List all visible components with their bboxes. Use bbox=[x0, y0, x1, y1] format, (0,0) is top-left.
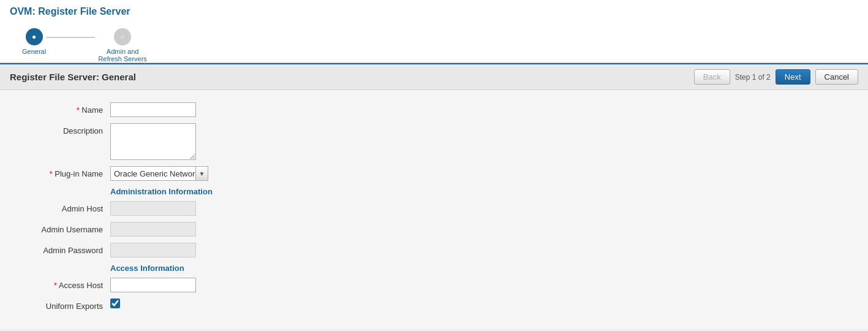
description-label: Description bbox=[25, 123, 110, 135]
admin-host-label: Admin Host bbox=[25, 201, 110, 213]
plugin-name-display: Oracle Generic Network Fi bbox=[110, 166, 196, 181]
back-button[interactable]: Back bbox=[694, 69, 730, 85]
section-title: Register File Server: General bbox=[10, 72, 136, 82]
uniform-exports-label: Uniform Exports bbox=[25, 299, 110, 311]
name-label: Name bbox=[25, 102, 110, 115]
description-input[interactable] bbox=[110, 123, 196, 160]
main-content: Name Description Plug-in Name Oracle Gen… bbox=[0, 90, 868, 329]
admin-username-row: Admin Username bbox=[25, 222, 843, 237]
next-button[interactable]: Next bbox=[776, 69, 810, 85]
admin-host-row: Admin Host bbox=[25, 201, 843, 216]
step-circle-general: ● bbox=[26, 28, 43, 45]
admin-username-input[interactable] bbox=[110, 222, 196, 237]
admin-password-label: Admin Password bbox=[25, 243, 110, 255]
admin-info-label: Administration Information bbox=[110, 187, 843, 196]
section-header: Register File Server: General Back Step … bbox=[0, 63, 868, 90]
admin-password-input[interactable] bbox=[110, 243, 196, 257]
plugin-name-select-wrapper: Oracle Generic Network Fi ▼ bbox=[110, 166, 208, 181]
name-row: Name bbox=[25, 102, 843, 117]
admin-host-input[interactable] bbox=[110, 201, 196, 216]
access-host-row: Access Host bbox=[25, 278, 843, 292]
access-host-input[interactable] bbox=[110, 278, 196, 292]
wizard-step-general: ● General bbox=[22, 28, 46, 55]
uniform-exports-checkbox[interactable] bbox=[110, 299, 120, 308]
plugin-name-label: Plug-in Name bbox=[25, 166, 110, 178]
section-actions: Back Step 1 of 2 Next Cancel bbox=[694, 69, 858, 85]
admin-username-label: Admin Username bbox=[25, 222, 110, 234]
plugin-name-row: Plug-in Name Oracle Generic Network Fi ▼ bbox=[25, 166, 843, 181]
access-info-label: Access Information bbox=[110, 264, 843, 273]
wizard-step-admin-refresh: ○ Admin and Refresh Servers bbox=[95, 28, 150, 63]
admin-password-row: Admin Password bbox=[25, 243, 843, 257]
plugin-name-dropdown-button[interactable]: ▼ bbox=[196, 166, 208, 181]
step-label-admin-refresh: Admin and Refresh Servers bbox=[95, 48, 150, 63]
page-title: OVM: Register File Server bbox=[10, 6, 858, 17]
name-input[interactable] bbox=[110, 102, 196, 117]
access-host-label: Access Host bbox=[25, 278, 110, 290]
description-row: Description bbox=[25, 123, 843, 160]
step-connector bbox=[46, 37, 95, 38]
step-circle-admin-refresh: ○ bbox=[114, 28, 131, 45]
page-header: OVM: Register File Server ● General ○ Ad… bbox=[0, 0, 868, 63]
step-label-general: General bbox=[22, 48, 46, 55]
uniform-exports-row: Uniform Exports bbox=[25, 299, 843, 311]
cancel-button[interactable]: Cancel bbox=[815, 69, 858, 85]
step-info: Step 1 of 2 bbox=[735, 73, 771, 82]
wizard-steps: ● General ○ Admin and Refresh Servers bbox=[10, 23, 858, 63]
